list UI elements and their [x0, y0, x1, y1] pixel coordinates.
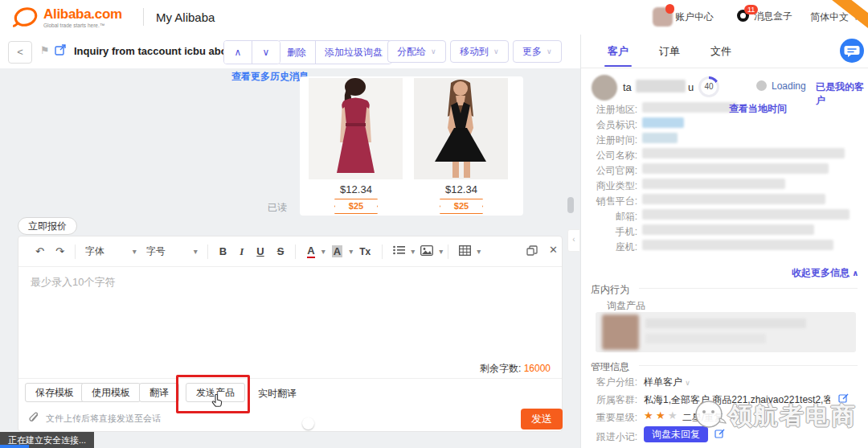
customer-name-blur: [636, 80, 686, 92]
inquiry-toolbar: < ⚑ Inquiry from taccount icbu about you…: [0, 35, 580, 69]
dropdown-icon[interactable]: ▾: [439, 247, 443, 256]
dropdown-icon[interactable]: ▾: [477, 247, 481, 256]
tab-customer[interactable]: 客户: [608, 44, 628, 59]
management-section-title: 管理信息: [591, 360, 629, 374]
undo-icon[interactable]: ↶: [35, 245, 44, 257]
send-button[interactable]: 发送: [521, 409, 563, 430]
underline-button[interactable]: U: [256, 245, 264, 257]
editor-toolbar: ↶ ↷ 字体 ▾ 字号 ▾ B I U S A ▾ A ▾ Tx: [18, 236, 562, 267]
delete-button[interactable]: 删除: [278, 41, 315, 64]
move-to-button[interactable]: 移动到 ∨: [450, 40, 509, 63]
dropdown-icon: ▾: [194, 247, 198, 256]
font-family-label: 字体: [85, 245, 104, 258]
dropdown-icon[interactable]: ▾: [349, 247, 353, 256]
customer-score-ring: 40: [698, 76, 719, 97]
strikethrough-button[interactable]: S: [277, 245, 285, 257]
my-customer-link[interactable]: 已是我的客户: [816, 80, 868, 108]
italic-button[interactable]: I: [240, 245, 244, 258]
inquiry-product-row[interactable]: [596, 312, 856, 352]
account-center-label[interactable]: 账户中心: [675, 10, 714, 24]
product-card[interactable]: $12.34 $25: [414, 78, 509, 214]
dropdown-icon[interactable]: ▾: [321, 247, 326, 256]
tab-orders[interactable]: 订单: [659, 44, 680, 59]
field-value-blur: [642, 163, 829, 174]
field-label: 注册地区:: [591, 103, 637, 117]
realtime-translate-label: 实时翻译: [258, 387, 297, 401]
next-inquiry-button[interactable]: ∨: [252, 41, 280, 64]
restore-window-icon[interactable]: [526, 245, 538, 258]
field-value-blur: [642, 194, 825, 204]
scrollbar-thumb[interactable]: [567, 197, 574, 213]
reply-editor: ↶ ↷ 字体 ▾ 字号 ▾ B I U S A ▾ A ▾ Tx: [18, 236, 563, 432]
active-tab-indicator: [604, 65, 632, 67]
alibaba-logo-icon: [13, 6, 40, 28]
highlight-color-button[interactable]: A: [332, 245, 342, 257]
coupon-tag: $25: [334, 199, 378, 214]
customer-name-suffix: u: [688, 81, 694, 93]
app-window: Alibaba.com Global trade starts here.™ M…: [0, 0, 868, 448]
font-family-select[interactable]: 字体 ▾: [85, 245, 137, 258]
cursor-hand-icon: [211, 394, 223, 409]
message-box[interactable]: 11 消息盒子: [737, 9, 792, 23]
field-value-blur: [642, 102, 737, 113]
use-template-button[interactable]: 使用模板: [81, 383, 141, 402]
flag-icon[interactable]: ⚑: [40, 44, 50, 56]
segment-label: 所属客群:: [591, 393, 637, 407]
chevron-up-icon: ∧: [852, 269, 858, 277]
move-label: 移动到: [460, 45, 489, 59]
field-value-blur: [642, 179, 785, 189]
field-label: 会员标识:: [591, 118, 637, 132]
char-counter-value: 16000: [524, 363, 551, 374]
alibaba-logo[interactable]: Alibaba.com Global trade starts here.™: [13, 6, 122, 28]
collapse-info-link[interactable]: 收起更多信息 ∧: [792, 266, 858, 280]
dropdown-icon[interactable]: ▾: [411, 247, 415, 256]
message-box-label[interactable]: 消息盒子: [754, 10, 792, 23]
add-spam-button[interactable]: 添加垃圾询盘: [316, 41, 391, 64]
open-external-icon[interactable]: [55, 44, 66, 58]
customer-score: 40: [701, 79, 717, 95]
logo-tagline: Global trade starts here.™: [43, 23, 122, 28]
char-counter: 剩余字数: 16000: [480, 362, 551, 376]
account-center[interactable]: 账户中心: [653, 7, 714, 27]
field-label: 商业类型:: [591, 179, 637, 193]
list-icon[interactable]: [393, 245, 405, 257]
customer-name-prefix: ta: [623, 81, 632, 93]
back-button[interactable]: <: [8, 41, 32, 64]
attach-file-icon[interactable]: [28, 412, 39, 426]
message-box-icon-dot: [740, 13, 746, 18]
close-icon[interactable]: ✕: [549, 244, 558, 256]
prev-inquiry-button[interactable]: ∧: [224, 41, 252, 64]
star-icon[interactable]: ★: [656, 409, 665, 421]
font-size-select[interactable]: 字号 ▾: [146, 245, 198, 258]
language-label[interactable]: 简体中文: [810, 10, 849, 24]
group-value[interactable]: 样单客户 ∨: [644, 376, 690, 389]
local-time-link[interactable]: 查看当地时间: [729, 102, 787, 116]
quote-now-button[interactable]: 立即报价: [18, 217, 77, 235]
collapse-panel-handle[interactable]: ‹: [567, 229, 580, 252]
header-divider: [143, 8, 144, 26]
customer-avatar[interactable]: [592, 75, 617, 101]
field-label: 手机:: [591, 225, 637, 239]
star-icon[interactable]: ★: [668, 409, 678, 421]
clear-format-button[interactable]: Tx: [359, 246, 371, 257]
font-color-button[interactable]: A: [307, 245, 314, 258]
bold-button[interactable]: B: [219, 245, 227, 257]
star-icon[interactable]: ★: [644, 409, 653, 421]
logo-text: Alibaba.com: [43, 6, 122, 23]
redo-icon[interactable]: ↷: [55, 245, 64, 257]
assign-to-button[interactable]: 分配给 ∨: [387, 40, 446, 63]
view-history-link[interactable]: 查看更多历史消息: [231, 70, 309, 84]
note-label: 跟进小记:: [591, 430, 637, 444]
product-price: $12.34: [414, 183, 509, 195]
tab-files[interactable]: 文件: [710, 44, 731, 59]
editor-textarea[interactable]: [18, 267, 562, 364]
insert-image-icon[interactable]: [420, 245, 433, 258]
save-template-button[interactable]: 保存模板: [25, 383, 84, 402]
translate-button[interactable]: 翻译: [139, 383, 179, 402]
insert-table-icon[interactable]: [459, 245, 471, 258]
more-button[interactable]: 更多 ∨: [513, 40, 562, 63]
product-card[interactable]: $12.34 $25: [309, 78, 403, 214]
chat-bubble-icon[interactable]: [840, 39, 864, 63]
chevron-down-icon: ∨: [493, 47, 499, 55]
bottom-progress-bar: [0, 445, 29, 448]
